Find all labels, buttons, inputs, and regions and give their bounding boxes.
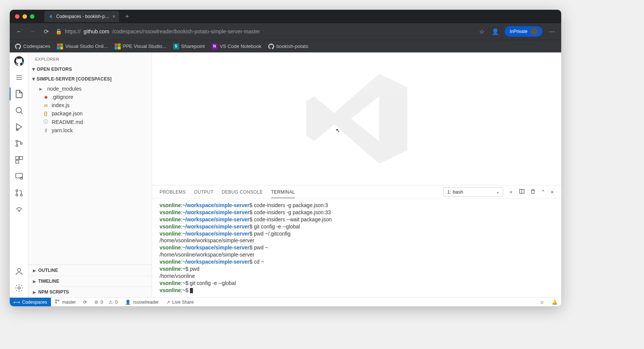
more-menu-icon[interactable]: ⋯ — [548, 28, 556, 35]
tab-problems[interactable]: PROBLEMS — [160, 186, 186, 198]
terminal-line: /home/vsonline — [160, 273, 554, 280]
sidebar: EXPLORER ▶ OPEN EDITORS ▶ SIMPLE-SERVER … — [28, 52, 152, 297]
favorite-icon[interactable]: ☆ — [478, 28, 486, 35]
new-tab-button[interactable]: + — [125, 13, 129, 21]
status-user[interactable]: 👤 rssowlreader — [121, 300, 163, 305]
file-icon: ◆ — [43, 94, 49, 100]
warning-icon: ⚠ — [109, 300, 113, 305]
status-bell[interactable]: 🔔 — [548, 300, 561, 305]
explorer-icon[interactable] — [14, 89, 24, 99]
sync-icon: ⟳ — [83, 300, 87, 305]
bookmark-item[interactable]: NVS Code Notebook — [212, 43, 261, 49]
bookmark-label: VS Code Notebook — [220, 43, 261, 49]
file-item[interactable]: ◆.gitignore — [28, 93, 152, 101]
terminal-output[interactable]: vsonline:~/workspace/simple-server$ code… — [152, 199, 561, 297]
svg-point-11 — [16, 194, 18, 196]
terminal-line: vsonline:~/workspace/simple-server$ git … — [160, 223, 554, 230]
live-share-icon[interactable] — [14, 204, 24, 214]
browser-tab[interactable]: Codespaces - bookish-potato × — [44, 11, 119, 22]
folder-item[interactable]: ▶node_modules — [28, 85, 152, 93]
profile-icon[interactable]: 👤 — [491, 28, 499, 35]
svg-point-12 — [20, 194, 22, 196]
svg-point-14 — [18, 287, 20, 289]
bookmark-icon — [15, 43, 21, 49]
terminal-cursor — [190, 288, 193, 293]
forward-button[interactable]: → — [28, 28, 37, 35]
menu-icon[interactable] — [14, 73, 24, 82]
bookmark-icon — [57, 43, 63, 49]
status-sync[interactable]: ⟳ — [79, 300, 91, 305]
minimize-window-button[interactable] — [22, 14, 27, 19]
svg-rect-6 — [19, 157, 22, 160]
status-problems[interactable]: ⊘0 ⚠0 — [91, 300, 121, 305]
maximize-window-button[interactable] — [30, 14, 34, 19]
terminal-line: /home/vsonline/workspace/simple-server — [160, 237, 554, 244]
codespaces-label: Codespaces — [22, 300, 47, 305]
file-item[interactable]: ⚷yarn.lock — [28, 126, 152, 134]
npm-scripts-section[interactable]: ▶ NPM SCRIPTS — [28, 286, 152, 297]
editor-area: ↖ PROBLEMS OUTPUT DEBUG CONSOLE TERMINAL… — [152, 52, 561, 297]
file-item[interactable]: ⓘREADME.md — [28, 118, 152, 126]
tab-title: Codespaces - bookish-potato — [56, 14, 109, 19]
tab-debug-console[interactable]: DEBUG CONSOLE — [222, 186, 263, 198]
close-panel-icon[interactable]: × — [551, 189, 554, 195]
status-feedback[interactable]: ☺ — [536, 300, 548, 305]
split-terminal-icon[interactable] — [519, 188, 525, 195]
close-tab-icon[interactable]: × — [112, 13, 115, 19]
source-control-icon[interactable] — [14, 139, 24, 148]
github-icon[interactable] — [14, 56, 24, 66]
kill-terminal-icon[interactable] — [530, 189, 536, 195]
bookmark-item[interactable]: SSharepoint — [173, 43, 205, 49]
open-editors-section[interactable]: ▶ OPEN EDITORS — [28, 64, 152, 74]
settings-gear-icon[interactable] — [14, 283, 24, 293]
bookmark-label: Sharepoint — [181, 43, 205, 49]
status-codespaces[interactable]: ⟷ Codespaces — [10, 298, 51, 306]
file-item[interactable]: JSindex.js — [28, 101, 152, 109]
refresh-button[interactable]: ⟳ — [42, 28, 50, 35]
back-button[interactable]: ← — [15, 28, 23, 35]
panel-tabs: PROBLEMS OUTPUT DEBUG CONSOLE TERMINAL 1… — [152, 185, 561, 199]
bookmark-label: bookish-potato — [276, 43, 308, 49]
timeline-label: TIMELINE — [38, 279, 59, 284]
bookmark-label: Visual Studio Onli... — [65, 43, 108, 49]
activity-bar — [10, 52, 28, 297]
chevron-icon: ▶ — [33, 279, 36, 283]
svg-point-16 — [55, 300, 57, 301]
address-bar[interactable]: 🔒 https://github.com/codespaces/rssowlre… — [55, 28, 472, 34]
tab-output[interactable]: OUTPUT — [194, 186, 214, 198]
chevron-icon: ▶ — [33, 268, 36, 273]
svg-point-10 — [16, 190, 18, 192]
bell-icon: 🔔 — [552, 300, 557, 305]
file-name: yarn.lock — [52, 127, 73, 133]
maximize-panel-icon[interactable]: ⌃ — [541, 189, 545, 195]
bookmark-item[interactable]: bookish-potato — [268, 43, 308, 49]
file-item[interactable]: {}package.json — [28, 109, 152, 118]
close-window-button[interactable] — [15, 14, 19, 19]
terminal-line: vsonline:~/workspace/simple-server$ pwd … — [160, 230, 554, 237]
status-liveshare[interactable]: ↗ Live Share — [163, 300, 197, 305]
new-terminal-icon[interactable]: ＋ — [508, 189, 514, 195]
outline-section[interactable]: ▶ OUTLINE — [28, 265, 152, 276]
status-branch[interactable]: master — [51, 299, 80, 305]
tab-terminal[interactable]: TERMINAL — [271, 186, 295, 198]
bookmark-item[interactable]: Visual Studio Onli... — [57, 43, 108, 49]
run-debug-icon[interactable] — [14, 122, 24, 132]
github-pr-icon[interactable] — [14, 188, 24, 198]
vscode-app: EXPLORER ▶ OPEN EDITORS ▶ SIMPLE-SERVER … — [10, 52, 561, 297]
repo-label: SIMPLE-SERVER [CODESPACES] — [37, 76, 112, 82]
svg-point-3 — [16, 145, 18, 147]
browser-toolbar: ← → ⟳ 🔒 https://github.com/codespaces/rs… — [10, 23, 561, 40]
extensions-icon[interactable] — [14, 155, 24, 165]
chevron-icon: ▶ — [32, 78, 36, 81]
search-icon[interactable] — [14, 106, 24, 115]
remote-explorer-icon[interactable] — [14, 172, 24, 181]
account-icon[interactable] — [14, 267, 24, 276]
url-host: github.com — [84, 28, 109, 34]
repo-section[interactable]: ▶ SIMPLE-SERVER [CODESPACES] — [28, 74, 152, 84]
inprivate-badge[interactable]: InPrivate — [505, 26, 542, 37]
browser-window: Codespaces - bookish-potato × + ← → ⟳ 🔒 … — [10, 10, 561, 306]
bookmark-item[interactable]: Codespaces — [15, 43, 50, 49]
timeline-section[interactable]: ▶ TIMELINE — [28, 276, 152, 286]
terminal-selector[interactable]: 1: bash — [443, 187, 503, 197]
bookmark-item[interactable]: PPE Visual Studio... — [115, 43, 166, 49]
